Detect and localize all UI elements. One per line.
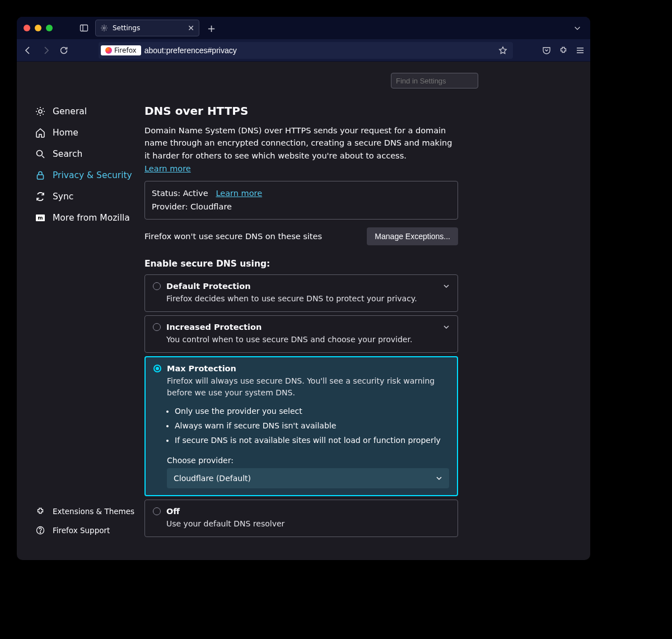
svg-rect-8 [38,175,44,179]
provider-value: Cloudflare [190,202,232,211]
option-desc: Firefox decides when to use secure DNS t… [166,293,450,305]
option-title: Default Protection [166,282,251,291]
tab-settings[interactable]: Settings ✕ [95,20,199,36]
sidebar-item-label: Sync [53,192,73,202]
option-default-protection[interactable]: Default Protection Firefox decides when … [144,274,458,312]
window-maximize-button[interactable] [46,25,53,31]
gear-icon [35,106,46,117]
sidebar-item-extensions[interactable]: Extensions & Themes [30,502,144,521]
svg-rect-5 [577,52,584,53]
svg-rect-3 [577,48,584,49]
urlbar-badge-text: Firefox [114,46,137,54]
find-in-settings-input[interactable] [391,73,478,88]
preferences-sidebar: General Home Search Privacy & Security [17,62,144,560]
chevron-down-icon [436,475,442,482]
sidebar-item-search[interactable]: Search [30,143,144,165]
app-menu-icon[interactable] [576,46,585,55]
svg-point-6 [39,110,42,113]
sidebar-item-label: Extensions & Themes [53,507,134,516]
back-button[interactable] [22,45,34,56]
new-tab-button[interactable]: + [204,22,219,34]
option-max-protection[interactable]: Max Protection Firefox will always use s… [144,356,458,496]
sidebar-item-support[interactable]: Firefox Support [30,521,144,540]
svg-point-7 [37,151,43,156]
svg-point-2 [103,27,105,29]
home-icon [35,127,46,138]
status-label: Status: [152,189,183,198]
tab-title: Settings [113,24,140,32]
traffic-lights [24,25,53,31]
option-title: Off [166,507,180,516]
url-input[interactable] [144,46,495,55]
dns-status-box: Status: Active Learn more Provider: Clou… [144,181,458,219]
status-learn-more-link[interactable]: Learn more [216,189,262,198]
option-title: Increased Protection [166,323,262,332]
option-bullet: Only use the provider you select [175,407,449,416]
bookmark-star-icon[interactable] [495,46,511,55]
sidebar-item-general[interactable]: General [30,101,144,122]
radio-icon[interactable] [153,507,161,515]
browser-window: Settings ✕ + Firefox [17,17,590,560]
mozilla-icon: m [35,212,46,223]
chevron-down-icon[interactable] [443,324,450,330]
search-icon [35,148,46,160]
url-bar[interactable]: Firefox [99,42,513,59]
option-bullet-list: Only use the provider you select Always … [175,407,449,445]
provider-dropdown[interactable]: Cloudflare (Default) [167,468,449,488]
option-bullet: Always warn if secure DNS isn't availabl… [175,421,449,430]
enable-heading: Enable secure DNS using: [144,259,458,269]
option-off[interactable]: Off Use your default DNS resolver [144,500,458,537]
option-desc: Firefox will always use secure DNS. You'… [167,375,449,399]
forward-button[interactable] [40,45,52,56]
provider-label: Provider: [152,202,190,211]
sidebar-item-label: Privacy & Security [53,170,132,180]
svg-point-12 [40,532,40,533]
svg-text:m: m [38,215,43,221]
radio-icon[interactable] [153,323,161,331]
sync-icon [35,191,46,202]
section-description: Domain Name System (DNS) over HTTPS send… [144,124,458,162]
section-heading: DNS over HTTPS [144,104,458,118]
exceptions-text: Firefox won't use secure DNS on these si… [144,232,322,241]
question-icon [35,525,46,536]
firefox-badge: Firefox [101,45,141,55]
radio-icon[interactable] [153,365,161,372]
navigation-toolbar: Firefox [17,39,590,62]
sidebar-item-home[interactable]: Home [30,122,144,143]
lock-icon [35,170,46,181]
gear-icon [100,24,108,32]
pocket-icon[interactable] [542,46,551,55]
firefox-logo-icon [105,47,112,54]
sidebar-item-label: Firefox Support [53,526,110,535]
option-desc: You control when to use secure DNS and c… [166,334,450,346]
sidebar-item-label: Search [53,149,82,159]
sidebar-item-label: General [53,106,87,116]
sidebar-item-privacy[interactable]: Privacy & Security [30,165,144,186]
radio-icon[interactable] [153,282,161,290]
sidebar-item-label: Home [53,128,78,138]
manage-exceptions-button[interactable]: Manage Exceptions... [367,227,458,245]
preferences-main: DNS over HTTPS Domain Name System (DNS) … [144,62,590,560]
option-desc: Use your default DNS resolver [166,518,450,530]
list-all-tabs-icon[interactable] [573,24,581,32]
svg-rect-0 [81,25,88,31]
sidebar-item-sync[interactable]: Sync [30,186,144,207]
option-title: Max Protection [167,364,236,373]
learn-more-link[interactable]: Learn more [144,164,191,173]
extensions-icon[interactable] [559,46,568,55]
provider-selected: Cloudflare (Default) [174,474,251,483]
sidebar-toggle-icon[interactable] [77,24,91,32]
sidebar-item-more-mozilla[interactable]: m More from Mozilla [30,207,144,228]
window-minimize-button[interactable] [35,25,41,31]
chevron-down-icon[interactable] [443,283,450,290]
svg-rect-4 [577,50,584,51]
tab-close-icon[interactable]: ✕ [188,24,194,32]
reload-button[interactable] [58,45,69,56]
puzzle-icon [35,506,46,517]
titlebar: Settings ✕ + [17,17,590,39]
choose-provider-label: Choose provider: [167,456,449,465]
option-increased-protection[interactable]: Increased Protection You control when to… [144,315,458,353]
option-bullet: If secure DNS is not available sites wil… [175,436,449,445]
window-close-button[interactable] [24,25,30,31]
status-value: Active [183,189,208,198]
